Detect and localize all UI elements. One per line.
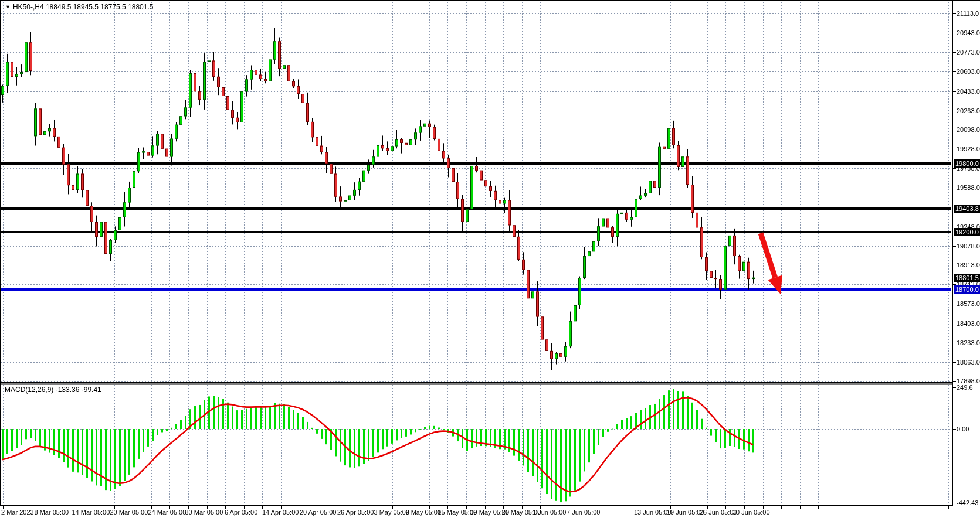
price-chart-canvas[interactable] (0, 0, 980, 521)
date-tick-label: 26 Apr 05:00 (337, 509, 374, 516)
date-tick-label: 3 May 05:00 (374, 509, 410, 516)
date-tick-label: 30 Jun 05:00 (733, 509, 770, 516)
date-tick-label: 14 Mar 05:00 (72, 509, 110, 516)
price-tick-label: 20773.0 (957, 49, 980, 56)
symbol-header: ▼HK50-,H4 18849.5 18945.5 18775.5 18801.… (5, 3, 153, 11)
trading-chart-window: ▼HK50-,H4 18849.5 18945.5 18775.5 18801.… (0, 0, 980, 521)
price-level-badge: 19800.0 (954, 159, 980, 168)
price-level-badge: 18801.5 (954, 274, 980, 282)
date-tick-label: 1 Jun 05:00 (533, 509, 567, 516)
date-tick-label: 2 Mar 2023 (1, 509, 34, 516)
price-tick-label: 19928.0 (957, 145, 980, 152)
price-tick-label: 18063.0 (957, 359, 980, 366)
price-tick-label: 20943.0 (957, 29, 980, 36)
date-tick-label: 13 Jun 05:00 (634, 509, 672, 516)
date-tick-label: 14 Apr 05:00 (262, 509, 299, 516)
price-tick-label: 20603.0 (957, 68, 980, 75)
price-tick-label: 20433.0 (957, 88, 980, 95)
macd-tick-label: 0.00 (957, 425, 969, 433)
macd-tick-label: 249.6 (957, 384, 973, 391)
date-tick-label: 6 Apr 05:00 (225, 509, 257, 516)
price-tick-label: 19588.0 (957, 184, 980, 191)
price-tick-label: 21113.0 (957, 10, 979, 17)
date-tick-label: 8 Mar 05:00 (35, 509, 69, 516)
price-level-badge: 19200.0 (954, 228, 980, 236)
price-tick-label: 18913.0 (957, 261, 980, 268)
date-tick-label: 20 Mar 05:00 (110, 509, 148, 516)
chevron-down-icon[interactable]: ▼ (5, 4, 11, 10)
price-tick-label: 18403.0 (957, 320, 980, 327)
symbol-ohlc-label: HK50-,H4 18849.5 18945.5 18775.5 18801.5 (13, 3, 154, 11)
price-tick-label: 20263.0 (957, 107, 980, 114)
macd-tick-label: -442.43 (957, 499, 978, 506)
date-tick-label: 24 Mar 05:00 (148, 509, 186, 516)
date-tick-label: 9 May 05:00 (406, 509, 442, 516)
date-tick-label: 20 Apr 05:00 (300, 509, 336, 516)
date-tick-label: 19 Jun 05:00 (667, 509, 704, 516)
price-level-badge: 19403.8 (954, 205, 980, 213)
date-tick-label: 26 Jun 05:00 (700, 509, 737, 516)
price-tick-label: 18573.0 (957, 300, 980, 307)
price-level-badge: 18700.0 (954, 285, 980, 294)
macd-indicator-label: MACD(12,26,9) -133.36 -99.41 (5, 386, 101, 394)
date-tick-label: 7 Jun 05:00 (567, 509, 601, 516)
date-tick-label: 30 Mar 05:00 (185, 509, 223, 516)
price-tick-label: 19078.0 (957, 243, 980, 250)
price-tick-label: 18233.0 (957, 339, 980, 346)
price-tick-label: 20098.0 (957, 126, 980, 133)
